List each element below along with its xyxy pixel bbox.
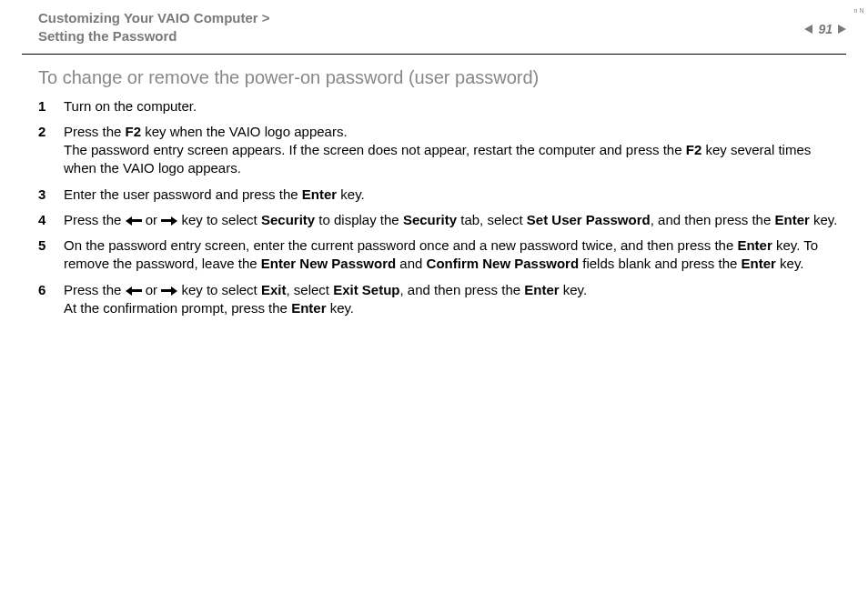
step-text: key. (772, 237, 801, 253)
step-text: , select (286, 282, 333, 297)
step-text: Press the (64, 124, 126, 139)
key-enter: Enter (291, 300, 326, 316)
section-title: To change or remove the power-on passwor… (38, 67, 846, 88)
key-enter: Enter (524, 282, 559, 297)
next-page-icon[interactable] (838, 25, 846, 34)
field-enter-new-password: Enter New Password (261, 256, 396, 271)
step-text: or (142, 212, 162, 227)
key-enter: Enter (742, 256, 776, 271)
key-f2: F2 (126, 124, 142, 139)
step-text: and (396, 256, 426, 271)
breadcrumb-subsection: Setting the Password (38, 27, 270, 45)
page-body: To change or remove the power-on passwor… (0, 55, 868, 318)
key-enter: Enter (774, 212, 809, 227)
option-exit-setup: Exit Setup (333, 282, 399, 297)
step-text: tab, select (457, 212, 527, 227)
step-text: , and then press the (651, 212, 775, 227)
step-text: Enter the user password and press the (64, 186, 302, 202)
page-navigator: 91 (804, 9, 846, 36)
step-text: On the password entry screen, enter the … (64, 237, 737, 253)
step-text: to display the (315, 212, 403, 227)
corner-n-marker: n N (853, 7, 864, 14)
step-text: key. (326, 300, 354, 316)
field-confirm-new-password: Confirm New Password (427, 256, 580, 271)
menu-security: Security (261, 212, 315, 227)
step-5: On the password entry screen, enter the … (38, 236, 846, 274)
tab-security: Security (403, 212, 457, 227)
step-text: key. (337, 186, 365, 202)
option-set-user-password: Set User Password (527, 212, 651, 227)
step-text: Press the (64, 282, 126, 297)
previous-page-icon[interactable] (804, 25, 812, 34)
step-text: At the confirmation prompt, press the (64, 300, 291, 316)
key-f2: F2 (686, 142, 702, 157)
step-1: Turn on the computer. (38, 97, 846, 116)
page-header: Customizing Your VAIO Computer > Setting… (0, 0, 868, 46)
breadcrumb: Customizing Your VAIO Computer > Setting… (38, 9, 270, 46)
procedure-steps: Turn on the computer. Press the F2 key w… (38, 97, 846, 318)
page-number: 91 (818, 22, 833, 36)
step-text: key. (810, 212, 838, 227)
step-text: key to select (177, 282, 261, 297)
key-enter: Enter (302, 186, 337, 202)
right-arrow-icon (161, 282, 177, 297)
breadcrumb-section: Customizing Your VAIO Computer > (38, 9, 270, 27)
key-enter: Enter (737, 237, 772, 253)
step-text: key. (560, 282, 588, 297)
left-arrow-icon (126, 212, 142, 227)
step-text: key. (776, 256, 804, 271)
step-text: key to select (177, 212, 261, 227)
step-6: Press the or key to select Exit, select … (38, 281, 846, 318)
step-3: Enter the user password and press the En… (38, 186, 846, 204)
step-text: key when the VAIO logo appears. (141, 124, 348, 139)
step-text: , and then press the (400, 282, 525, 297)
step-2: Press the F2 key when the VAIO logo appe… (38, 123, 846, 178)
step-text: fields blank and press the (579, 256, 741, 271)
manual-page: n N Customizing Your VAIO Computer > Set… (0, 0, 868, 613)
step-text: or (142, 282, 162, 297)
right-arrow-icon (161, 212, 177, 227)
step-text: Press the (64, 212, 126, 227)
menu-exit: Exit (261, 282, 287, 297)
left-arrow-icon (126, 282, 142, 297)
step-text: The password entry screen appears. If th… (64, 142, 686, 157)
step-4: Press the or key to select Security to d… (38, 211, 846, 229)
step-text: Turn on the computer. (64, 98, 197, 114)
